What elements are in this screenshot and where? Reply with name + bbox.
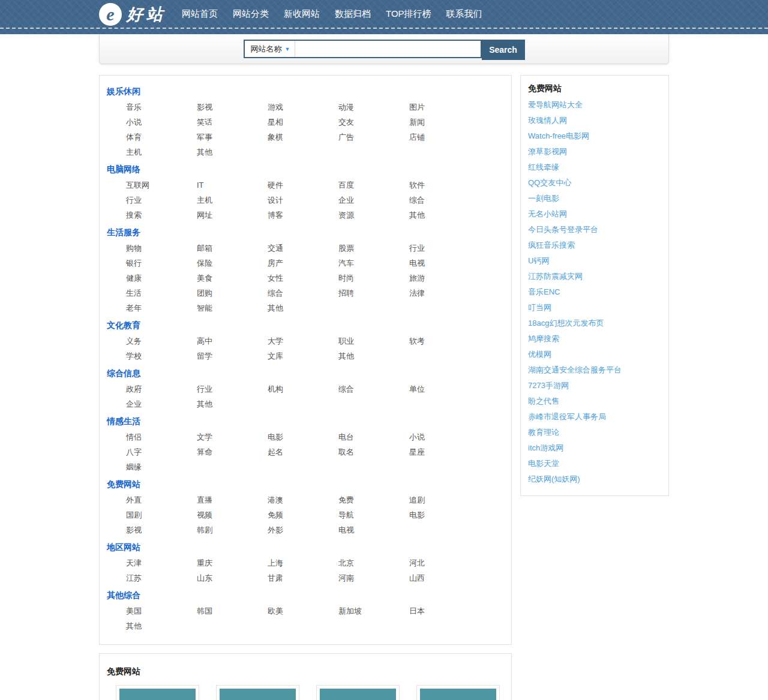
nav-item[interactable]: 联系我们 [446,8,482,20]
category-link[interactable]: 店铺 [409,130,480,145]
sidebar-link[interactable]: QQ交友中心 [528,175,661,191]
category-link[interactable]: 江苏 [126,570,197,585]
sidebar-link[interactable]: 一刻电影 [528,191,661,206]
category-link[interactable]: 主机 [126,145,197,160]
category-link[interactable]: 主机 [197,193,268,208]
sidebar-link[interactable]: 音乐ENC [528,284,661,300]
category-link[interactable]: 交友 [338,115,409,130]
category-link[interactable]: 北京 [338,555,409,570]
category-link[interactable]: 企业 [126,396,197,411]
category-link[interactable]: 文学 [197,429,268,444]
category-link[interactable]: 小说 [409,429,480,444]
category-title[interactable]: 电脑网络 [107,163,504,175]
category-link[interactable]: 职业 [338,334,409,349]
category-link[interactable]: 军事 [197,130,268,145]
site-logo[interactable]: e 好站 [99,3,166,26]
category-link[interactable]: 河北 [409,555,480,570]
category-link[interactable]: 情侣 [126,429,197,444]
category-link[interactable]: 象棋 [268,130,338,145]
sidebar-link[interactable]: 潦草影视网 [528,144,661,160]
category-link[interactable]: 综合 [338,381,409,396]
category-link[interactable]: 起名 [268,444,338,459]
category-link[interactable]: 时尚 [338,271,409,286]
category-link[interactable]: 日本 [409,603,480,618]
sidebar-link[interactable]: 叮当网 [528,300,661,316]
category-link[interactable]: 行业 [126,193,197,208]
category-link[interactable]: 其他 [126,618,197,633]
category-link[interactable]: 软件 [409,178,480,193]
category-link[interactable]: 团购 [197,286,268,301]
category-link[interactable]: 互联网 [126,178,197,193]
sidebar-link[interactable]: 爱导航网站大全 [528,97,661,113]
sidebar-link[interactable]: 赤峰市退役军人事务局 [528,409,661,425]
category-link[interactable]: 旅游 [409,271,480,286]
category-link[interactable]: 国剧 [126,507,197,522]
category-title[interactable]: 生活服务 [107,226,504,238]
category-link[interactable]: 体育 [126,130,197,145]
nav-item[interactable]: 网站分类 [233,8,269,20]
category-link[interactable]: 健康 [126,271,197,286]
search-input[interactable] [295,41,480,57]
category-link[interactable]: 综合 [409,193,480,208]
sidebar-link[interactable]: 今日头条号登录平台 [528,222,661,238]
category-link[interactable]: 邮箱 [197,241,268,256]
sidebar-link[interactable]: 盼之代售 [528,393,661,409]
sidebar-link[interactable]: 电影天堂 [528,456,661,471]
category-link[interactable]: 其他 [409,208,480,223]
category-link[interactable]: 小说 [126,115,197,130]
category-link[interactable]: 取名 [338,444,409,459]
category-link[interactable]: 广告 [338,130,409,145]
category-link[interactable]: 外影 [268,522,338,537]
sidebar-link[interactable]: itch游戏网 [528,440,661,456]
category-link[interactable]: 甘肃 [268,570,338,585]
category-link[interactable]: 其他 [268,301,338,316]
category-link[interactable]: 电视 [338,522,409,537]
sidebar-link[interactable]: 疯狂音乐搜索 [528,238,661,253]
category-link[interactable]: 房产 [268,256,338,271]
category-link[interactable]: 笑话 [197,115,268,130]
search-type-dropdown[interactable]: 网站名称 ▼ [245,41,296,57]
category-link[interactable]: 上海 [268,555,338,570]
category-title[interactable]: 文化教育 [107,319,504,331]
category-link[interactable]: 追剧 [409,492,480,507]
category-link[interactable]: 影视 [126,522,197,537]
category-link[interactable]: 综合 [268,286,338,301]
category-link[interactable]: 文库 [268,349,338,363]
site-card[interactable] [316,685,400,700]
category-link[interactable]: 天津 [126,555,197,570]
category-link[interactable]: 导航 [338,507,409,522]
category-link[interactable]: 购物 [126,241,197,256]
category-link[interactable]: 视频 [197,507,268,522]
category-link[interactable]: 股票 [338,241,409,256]
category-link[interactable]: 算命 [197,444,268,459]
category-link[interactable]: IT [197,178,268,193]
nav-item[interactable]: 新收网站 [284,8,320,20]
category-link[interactable]: 重庆 [197,555,268,570]
category-link[interactable]: 软考 [409,334,480,349]
category-link[interactable]: 招聘 [338,286,409,301]
category-link[interactable]: 新加坡 [338,603,409,618]
category-link[interactable]: 老年 [126,301,197,316]
category-link[interactable]: 保险 [197,256,268,271]
category-link[interactable]: 图片 [409,100,480,115]
category-link[interactable]: 电台 [338,429,409,444]
category-link[interactable]: 电影 [268,429,338,444]
category-link[interactable]: 港澳 [268,492,338,507]
sidebar-link[interactable]: 7273手游网 [528,378,661,393]
category-link[interactable]: 百度 [338,178,409,193]
sidebar-link[interactable]: 鸠摩搜索 [528,331,661,347]
category-link[interactable]: 单位 [409,381,480,396]
category-link[interactable]: 韩剧 [197,522,268,537]
category-link[interactable]: 星相 [268,115,338,130]
category-title[interactable]: 地区网站 [107,541,504,553]
category-link[interactable]: 游戏 [268,100,338,115]
sidebar-link[interactable]: 18acg幻想次元发布页 [528,316,661,331]
category-link[interactable]: 直播 [197,492,268,507]
sidebar-link[interactable]: U钙网 [528,253,661,269]
category-link[interactable]: 姻缘 [126,459,197,474]
category-link[interactable]: 银行 [126,256,197,271]
category-link[interactable]: 博客 [268,208,338,223]
category-title[interactable]: 综合信息 [107,367,504,379]
category-link[interactable]: 音乐 [126,100,197,115]
category-title[interactable]: 免费网站 [107,478,504,490]
